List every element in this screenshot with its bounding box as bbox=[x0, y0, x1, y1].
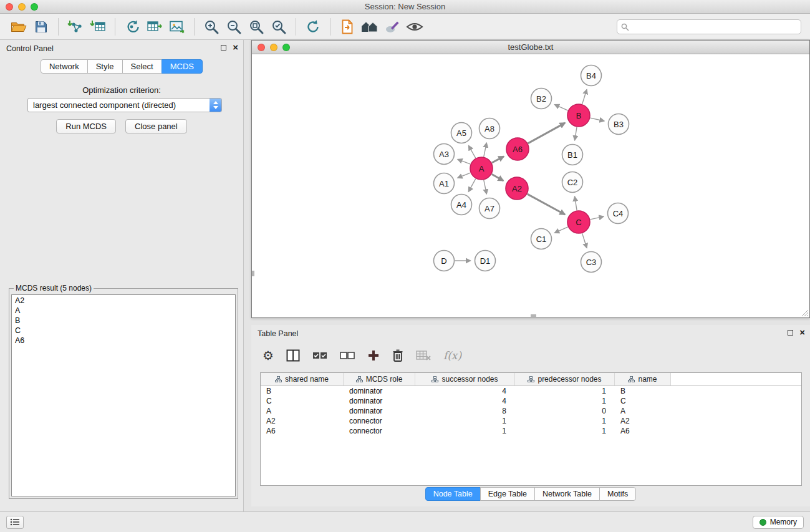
graph-node-A5[interactable]: A5 bbox=[451, 123, 472, 143]
memory-button[interactable]: Memory bbox=[753, 516, 804, 529]
graph-node-A2[interactable]: A2 bbox=[506, 177, 528, 200]
graph-node-D[interactable]: D bbox=[434, 251, 455, 271]
graph-node-C4[interactable]: C4 bbox=[608, 203, 629, 224]
graph-node-C[interactable]: C bbox=[567, 211, 590, 233]
table-row[interactable]: Adominator80A bbox=[261, 406, 801, 416]
graph-node-A6[interactable]: A6 bbox=[506, 138, 529, 160]
tab-style[interactable]: Style bbox=[87, 59, 123, 74]
tab-node-table[interactable]: Node Table bbox=[425, 487, 481, 501]
tab-edge-table[interactable]: Edge Table bbox=[480, 487, 535, 501]
mcds-result-item[interactable]: A2 bbox=[12, 296, 235, 306]
edge-C-C2[interactable] bbox=[575, 196, 577, 210]
table-row[interactable]: Bdominator41B bbox=[261, 386, 801, 396]
export-image-button[interactable] bbox=[166, 16, 188, 37]
edge-A2-C[interactable] bbox=[528, 194, 565, 215]
graph-node-A4[interactable]: A4 bbox=[451, 195, 472, 215]
edge-A-A6[interactable] bbox=[492, 157, 504, 163]
window-titlebar[interactable]: Session: New Session bbox=[0, 0, 810, 14]
run-mcds-button[interactable]: Run MCDS bbox=[56, 119, 116, 133]
edge-C-C4[interactable] bbox=[591, 216, 604, 220]
edge-B-B2[interactable] bbox=[554, 105, 567, 111]
function-builder-button[interactable]: f(x) bbox=[443, 346, 461, 365]
criterion-dropdown[interactable]: largest connected component (directed) bbox=[27, 98, 222, 112]
delete-table-button[interactable] bbox=[416, 346, 431, 365]
show-columns-button[interactable] bbox=[286, 346, 300, 365]
mcds-result-item[interactable]: B bbox=[12, 316, 235, 326]
deselect-all-rows-button[interactable] bbox=[340, 346, 355, 365]
zoom-selected-button[interactable] bbox=[268, 16, 290, 37]
import-table-button[interactable] bbox=[87, 16, 109, 37]
zoom-fit-button[interactable] bbox=[245, 16, 268, 37]
graph-node-B1[interactable]: B1 bbox=[562, 145, 583, 165]
tab-select[interactable]: Select bbox=[122, 59, 162, 74]
table-settings-button[interactable]: ⚙ bbox=[263, 346, 274, 365]
graph-node-A3[interactable]: A3 bbox=[434, 144, 455, 165]
edge-C-C1[interactable] bbox=[554, 227, 567, 233]
refresh-view-button[interactable] bbox=[302, 16, 324, 37]
tab-motifs[interactable]: Motifs bbox=[599, 487, 636, 501]
network-window-titlebar[interactable]: testGlobe.txt bbox=[252, 41, 809, 54]
close-panel-button[interactable]: Close panel bbox=[125, 119, 187, 133]
export-table-button[interactable] bbox=[143, 16, 166, 37]
graph-node-A8[interactable]: A8 bbox=[480, 118, 500, 139]
edge-A-A4[interactable] bbox=[468, 179, 475, 192]
edge-A-A2[interactable] bbox=[492, 174, 504, 180]
tab-mcds[interactable]: MCDS bbox=[162, 59, 203, 74]
save-session-button[interactable] bbox=[30, 16, 52, 37]
edge-A-A5[interactable] bbox=[469, 145, 476, 158]
open-session-button[interactable] bbox=[7, 16, 30, 37]
mcds-result-item[interactable]: A6 bbox=[12, 336, 235, 346]
mcds-result-item[interactable]: A bbox=[12, 306, 235, 316]
new-network-button[interactable] bbox=[121, 16, 143, 37]
import-network-button[interactable] bbox=[64, 16, 87, 37]
column-header-name[interactable]: name bbox=[615, 373, 671, 385]
mcds-result-item[interactable]: C bbox=[12, 326, 235, 336]
edge-A-A8[interactable] bbox=[484, 143, 487, 157]
search-input[interactable] bbox=[617, 19, 801, 34]
graph-node-A[interactable]: A bbox=[470, 157, 493, 180]
zoom-out-button[interactable] bbox=[223, 16, 245, 37]
mcds-result-list[interactable]: A2ABCA6 bbox=[11, 294, 236, 496]
float-panel-icon[interactable] bbox=[221, 45, 226, 51]
edge-B-B1[interactable] bbox=[575, 127, 577, 140]
graph-node-D1[interactable]: D1 bbox=[475, 251, 496, 271]
dropdown-stepper-icon[interactable] bbox=[210, 99, 221, 112]
delete-rows-button[interactable] bbox=[392, 346, 403, 365]
edge-A-A1[interactable] bbox=[458, 173, 471, 178]
graph-node-B[interactable]: B bbox=[567, 104, 590, 127]
zoom-in-button[interactable] bbox=[200, 16, 223, 37]
close-panel-icon[interactable]: × bbox=[233, 44, 238, 51]
add-row-button[interactable] bbox=[367, 346, 380, 365]
column-header-MCDS-role[interactable]: MCDS role bbox=[344, 373, 415, 385]
graph-node-A1[interactable]: A1 bbox=[434, 173, 455, 194]
network-from-clipboard-button[interactable] bbox=[336, 16, 359, 37]
graph-node-C1[interactable]: C1 bbox=[531, 229, 552, 249]
graph-node-C3[interactable]: C3 bbox=[581, 252, 602, 273]
graph-canvas[interactable]: B4B2BB3A8A5A6A3B1AC2A1A2A4A7C4CC1C3DD1 bbox=[252, 54, 809, 317]
float-panel-icon[interactable] bbox=[788, 330, 793, 336]
tab-network-table[interactable]: Network Table bbox=[534, 487, 600, 501]
show-hide-button[interactable] bbox=[403, 16, 426, 37]
table-row[interactable]: A6connector11A6 bbox=[261, 426, 801, 436]
graph-node-A7[interactable]: A7 bbox=[480, 198, 500, 219]
table-row[interactable]: A2connector11A2 bbox=[261, 416, 801, 426]
graph-node-B2[interactable]: B2 bbox=[531, 89, 552, 109]
column-header-successor-nodes[interactable]: successor nodes bbox=[415, 373, 515, 385]
table-row[interactable]: Cdominator41C bbox=[261, 396, 801, 406]
graph-node-B4[interactable]: B4 bbox=[581, 65, 602, 86]
edge-A-A3[interactable] bbox=[458, 159, 470, 164]
column-header-shared-name[interactable]: shared name bbox=[261, 373, 344, 385]
edge-C-C3[interactable] bbox=[582, 233, 587, 248]
select-all-rows-button[interactable] bbox=[312, 346, 327, 365]
style-mapping-button[interactable] bbox=[381, 16, 403, 37]
task-history-button[interactable] bbox=[6, 516, 24, 529]
show-neighbors-button[interactable] bbox=[359, 16, 381, 37]
edge-B-B3[interactable] bbox=[591, 118, 604, 121]
edge-A6-B[interactable] bbox=[528, 123, 565, 143]
column-header-predecessor-nodes[interactable]: predecessor nodes bbox=[515, 373, 615, 385]
window-resize-handle[interactable] bbox=[801, 309, 809, 317]
tab-network[interactable]: Network bbox=[41, 59, 88, 74]
edge-B-B4[interactable] bbox=[582, 89, 587, 104]
graph-node-B3[interactable]: B3 bbox=[609, 114, 629, 135]
graph-node-C2[interactable]: C2 bbox=[562, 172, 583, 193]
